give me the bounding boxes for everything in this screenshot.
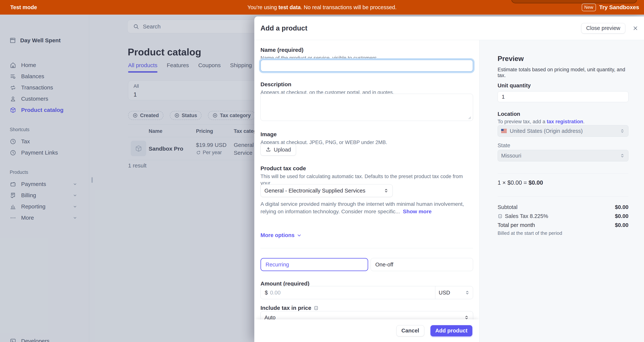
add-product-button[interactable]: Add product bbox=[430, 325, 472, 336]
location-help: To preview tax, add a tax registration. bbox=[498, 118, 628, 125]
show-more-link[interactable]: Show more bbox=[403, 208, 432, 214]
upload-icon bbox=[266, 147, 271, 152]
unit-quantity-label: Unit quantity bbox=[498, 83, 628, 89]
amount-input[interactable] bbox=[268, 286, 435, 299]
description-label: Description bbox=[260, 81, 473, 88]
sandbox-callout-shape bbox=[511, 0, 637, 3]
calc-line: 1 × $0.00 = $0.00 bbox=[498, 179, 628, 186]
add-product-modal: Add a product Close preview Name (requir… bbox=[254, 17, 644, 342]
select-updown-icon bbox=[384, 188, 389, 193]
subtotal-row: Subtotal $0.00 bbox=[498, 204, 628, 210]
close-icon[interactable] bbox=[632, 25, 638, 31]
try-sandboxes-link[interactable]: Try Sandboxes bbox=[599, 4, 639, 11]
currency-select[interactable]: USD bbox=[435, 286, 473, 299]
currency-symbol: $ bbox=[261, 290, 268, 296]
pricing-type-one-off[interactable]: One-off bbox=[370, 258, 473, 271]
preview-title: Preview bbox=[498, 55, 628, 63]
select-updown-icon bbox=[620, 153, 625, 158]
info-icon[interactable] bbox=[314, 305, 319, 310]
billing-note: Billed at the start of the period bbox=[498, 230, 628, 236]
modal-title: Add a product bbox=[260, 24, 308, 32]
preview-panel: Preview Estimate totals based on pricing… bbox=[479, 40, 644, 342]
preview-divider bbox=[498, 196, 628, 196]
test-data-banner: You're using test data. No real transact… bbox=[0, 4, 644, 11]
upload-button[interactable]: Upload bbox=[260, 144, 296, 155]
new-badge: New bbox=[582, 4, 596, 11]
pricing-type-toggle: Recurring One-off bbox=[260, 258, 473, 271]
preview-subtitle: Estimate totals based on pricing model, … bbox=[498, 67, 628, 78]
tax-registration-link[interactable]: tax registration bbox=[547, 119, 583, 124]
include-tax-label: Include tax in price bbox=[260, 305, 473, 311]
location-label: Location bbox=[498, 111, 628, 117]
modal-header: Add a product Close preview bbox=[254, 17, 644, 40]
chevron-down-icon bbox=[296, 233, 302, 238]
name-field[interactable] bbox=[260, 60, 473, 72]
info-icon[interactable] bbox=[498, 214, 503, 219]
tax-code-select[interactable]: General - Electronically Supplied Servic… bbox=[260, 184, 393, 197]
sales-tax-row: Sales Tax 8.225% $0.00 bbox=[498, 213, 628, 219]
image-label: Image bbox=[260, 131, 473, 138]
resize-handle-icon[interactable] bbox=[468, 116, 471, 119]
pricing-type-recurring[interactable]: Recurring bbox=[260, 258, 368, 271]
modal-footer: Cancel Add product bbox=[254, 319, 479, 342]
us-flag-icon bbox=[501, 129, 507, 133]
amount-field-group: $ USD bbox=[260, 286, 473, 299]
tax-code-label: Product tax code bbox=[260, 165, 473, 172]
total-row: Total per month $0.00 bbox=[498, 222, 628, 228]
select-updown-icon bbox=[620, 128, 625, 134]
tax-code-description: A digital service provided mainly throug… bbox=[260, 200, 473, 215]
unit-quantity-input[interactable] bbox=[498, 91, 628, 102]
select-updown-icon bbox=[465, 290, 470, 295]
description-field[interactable] bbox=[260, 94, 473, 121]
cancel-button[interactable]: Cancel bbox=[396, 325, 424, 336]
preview-divider bbox=[498, 173, 628, 173]
more-options-toggle[interactable]: More options bbox=[260, 232, 473, 238]
country-select[interactable]: United States (Origin address) bbox=[498, 125, 628, 137]
name-label: Name (required) bbox=[260, 47, 473, 53]
product-form: Name (required) Name of the product or s… bbox=[254, 40, 479, 342]
close-preview-button[interactable]: Close preview bbox=[581, 23, 625, 34]
state-select[interactable]: Missouri bbox=[498, 150, 628, 161]
test-mode-bar: Test mode You're using test data. No rea… bbox=[0, 0, 644, 15]
amount-label: Amount (required) bbox=[260, 280, 473, 287]
state-label: State bbox=[498, 142, 628, 149]
